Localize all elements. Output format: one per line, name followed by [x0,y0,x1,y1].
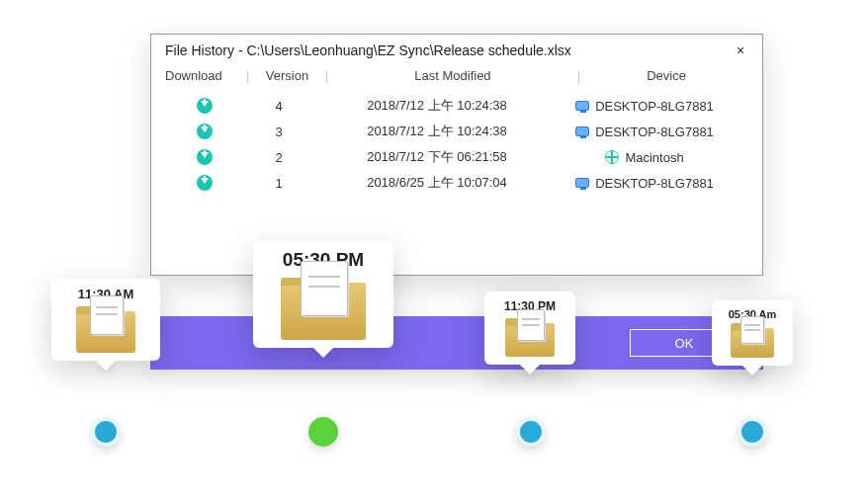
folder-icon [731,328,774,358]
download-icon[interactable] [165,124,244,139]
doc-icon [90,295,124,335]
cell-version: 2 [244,150,313,165]
folder-icon [76,311,135,353]
doc-icon [517,309,545,341]
cell-modified: 2018/6/25 上午 10:07:04 [313,174,561,192]
snapshot-card[interactable]: 05:30 PM [253,241,393,348]
snapshot-card[interactable]: 11:30 PM [484,292,575,365]
history-row: 4 2018/7/12 上午 10:24:38 DESKTOP-8LG7881 [165,93,748,119]
desktop-icon [575,101,589,111]
column-headers: Download| Version| Last Modified| Device [151,62,762,93]
cell-modified: 2018/7/12 下午 06:21:58 [313,148,561,166]
cell-version: 3 [244,125,313,139]
cell-device: DESKTOP-8LG7881 [561,125,729,139]
dialog-title: File History - C:\Users\Leonhuang\EZ Syn… [165,42,571,58]
timeline-dot[interactable] [738,417,767,447]
desktop-icon [575,126,589,136]
snapshot-card[interactable]: 11:30 AM [51,279,160,361]
close-button[interactable]: × [731,42,750,58]
cell-device: DESKTOP-8LG7881 [561,99,729,114]
history-row: 3 2018/7/12 上午 10:24:38 DESKTOP-8LG7881 [165,119,748,144]
folder-icon [281,283,366,340]
cell-version: 4 [244,99,313,114]
doc-icon [740,316,764,344]
history-rows: 4 2018/7/12 上午 10:24:38 DESKTOP-8LG7881 … [151,93,762,275]
download-icon[interactable] [165,98,244,114]
cell-device: Macintosh [561,150,729,165]
timeline-dot[interactable] [516,417,546,447]
doc-icon [301,261,348,316]
cell-version: 1 [244,176,313,191]
timeline-band: OK [150,316,763,370]
cell-modified: 2018/7/12 上午 10:24:38 [313,97,561,115]
desktop-icon [575,178,589,188]
file-history-dialog: File History - C:\Users\Leonhuang\EZ Syn… [150,34,763,276]
header-download: Download [165,68,242,83]
history-row: 1 2018/6/25 上午 10:07:04 DESKTOP-8LG7881 [165,170,748,196]
cell-device: DESKTOP-8LG7881 [561,176,729,191]
timeline-dot[interactable] [91,417,121,447]
header-version: Version [253,68,320,83]
history-row: 2 2018/7/12 下午 06:21:58 Macintosh [165,144,748,170]
download-icon[interactable] [165,175,244,191]
globe-icon [605,150,619,164]
folder-icon [505,323,555,357]
title-bar: File History - C:\Users\Leonhuang\EZ Syn… [151,35,762,62]
header-device: Device [584,68,748,83]
cell-modified: 2018/7/12 上午 10:24:38 [313,123,561,140]
download-icon[interactable] [165,149,244,165]
header-modified: Last Modified [332,68,573,83]
snapshot-card[interactable]: 05:30 Am [712,300,793,366]
timeline-dot-active[interactable] [308,417,338,447]
